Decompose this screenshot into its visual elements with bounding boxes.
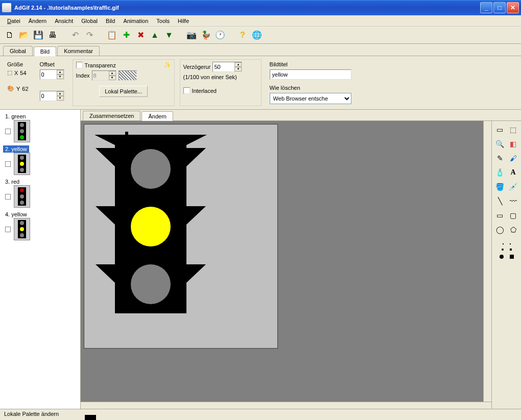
ellipse-icon[interactable]: ◯ (494, 224, 506, 235)
editor: Zusammensetzen Ändern (81, 110, 521, 420)
delay-hint: (1/100 von einer Sek) (183, 74, 258, 80)
offset-label: Offset (40, 61, 64, 67)
index-label: Index (76, 72, 90, 79)
open-icon[interactable]: 📂 (18, 30, 30, 41)
transparency-swatch[interactable] (119, 70, 137, 81)
menu-global[interactable]: Global (77, 17, 102, 25)
menu-ansicht[interactable]: Ansicht (51, 17, 77, 25)
eraser-icon[interactable]: ◧ (508, 138, 519, 150)
y-label: Y (16, 86, 20, 92)
globe-icon[interactable]: 🌐 (251, 30, 263, 41)
select-rect-icon[interactable]: ▭ (494, 124, 506, 135)
workspace: 1. green 2. yellow 3. red 4. yellow Zusa… (0, 110, 521, 420)
frame-list[interactable]: 1. green 2. yellow 3. red 4. yellow (0, 110, 81, 420)
delay-spinner[interactable]: ▲▼ (212, 62, 242, 72)
duck-icon[interactable]: 🦆 (200, 30, 211, 41)
offset-x-spinner[interactable]: ▲▼ (40, 69, 64, 80)
bildtitel-input[interactable] (270, 69, 351, 80)
title-bar: AdGif 2.14 - .\tutorial\samples\traffic.… (0, 0, 521, 15)
frame-item-2[interactable]: 3. red (1, 177, 79, 209)
main-toolbar: 🗋 📂 💾 🖶 ↶ ↷ 📋 ✚ ✖ ▲ ▼ 📷 🦆 🕐 ? 🌐 (0, 27, 521, 44)
select-free-icon[interactable]: ⬚ (508, 124, 519, 135)
roundrect-icon[interactable]: ▢ (508, 210, 519, 221)
app-icon (2, 3, 11, 12)
fill-icon[interactable]: 🪣 (494, 181, 506, 192)
loeschen-combo[interactable]: Web Browser entsche (270, 93, 351, 104)
canvas-area: ▭⬚ 🔍◧ ✎🖌 🧴A 🪣💉 ╲〰 ▭▢ ◯⬠ (81, 121, 521, 420)
tab-aendern[interactable]: Ändern (141, 111, 173, 121)
dimensions-icon: ⬚ (7, 69, 12, 76)
eyedropper-icon[interactable]: 💉 (508, 181, 519, 192)
close-button[interactable]: ✕ (507, 2, 519, 13)
loeschen-label: Wie löschen (270, 85, 356, 91)
tab-bild[interactable]: Bild (34, 46, 56, 56)
index-spinner[interactable]: ▲▼ (92, 70, 116, 81)
line-icon[interactable]: ╲ (494, 195, 506, 207)
light-top (131, 149, 171, 189)
window-title: AdGif 2.14 - .\tutorial\samples\traffic.… (14, 5, 480, 11)
size-label: Größe (7, 61, 29, 67)
add-icon[interactable]: ✚ (121, 30, 132, 41)
traffic-light-image (115, 140, 186, 313)
transparenz-checkbox[interactable] (76, 62, 83, 68)
light-bottom (131, 264, 171, 304)
frame-item-1[interactable]: 2. yellow (1, 144, 79, 176)
bildtitel-label: Bildtitel (270, 61, 356, 67)
color-icon: 🎨 (7, 85, 14, 92)
maximize-button[interactable]: □ (493, 2, 506, 13)
vertical-scrollbar[interactable] (483, 121, 491, 402)
text-icon[interactable]: A (508, 167, 519, 178)
menu-tools[interactable]: Tools (152, 17, 174, 25)
polygon-icon[interactable]: ⬠ (508, 224, 519, 235)
tab-global[interactable]: Global (3, 46, 33, 56)
interlaced-checkbox[interactable] (183, 87, 190, 94)
minimize-button[interactable]: _ (480, 2, 492, 13)
x-label: X (14, 70, 18, 76)
rect-icon[interactable]: ▭ (494, 210, 506, 221)
delay-label: Verzögerur (183, 64, 211, 70)
help-icon[interactable]: ? (237, 30, 248, 41)
offset-y-spinner[interactable]: ▲▼ (40, 91, 64, 101)
frame-item-0[interactable]: 1. green (1, 112, 79, 143)
down-icon[interactable]: ▼ (163, 30, 175, 41)
status-bar: Lokale Palette ändern (0, 409, 521, 420)
interlaced-label: Interlaced (192, 88, 217, 94)
toolbox: ▭⬚ 🔍◧ ✎🖌 🧴A 🪣💉 ╲〰 ▭▢ ◯⬠ (491, 121, 521, 420)
zoom-icon[interactable]: 🔍 (494, 138, 506, 150)
curve-icon[interactable]: 〰 (508, 195, 519, 207)
menu-bar: Datei Ändern Ansicht Global Bild Animati… (0, 15, 521, 27)
undo-icon[interactable]: ↶ (69, 30, 81, 41)
copy-icon[interactable]: 📋 (106, 30, 117, 41)
tab-kommentar[interactable]: Kommentar (57, 46, 100, 56)
lokal-palette-button[interactable]: Lokal Palette... (99, 86, 148, 97)
save-icon[interactable]: 💾 (33, 30, 44, 41)
camera-icon[interactable]: 📷 (186, 30, 197, 41)
light-middle (131, 207, 171, 246)
up-icon[interactable]: ▲ (149, 30, 160, 41)
properties-panel: Größe ⬚ X 54 🎨 Y 62 Offset ▲▼ ▲▼ Transpa… (0, 56, 521, 110)
wand-icon[interactable]: ✨ (164, 62, 171, 68)
transparenz-label: Transparenz (85, 62, 116, 68)
tab-zusammensetzen[interactable]: Zusammensetzen (83, 111, 140, 120)
menu-animation[interactable]: Animation (119, 17, 152, 25)
menu-bild[interactable]: Bild (102, 17, 119, 25)
main-tab-row: Global Bild Kommentar (0, 44, 521, 56)
brush-options[interactable] (500, 243, 514, 259)
print-icon[interactable]: 🖶 (47, 30, 58, 41)
y-value: 62 (22, 86, 28, 92)
new-icon[interactable]: 🗋 (4, 30, 15, 41)
x-value: 54 (20, 70, 26, 76)
frame-item-3[interactable]: 4. yellow (1, 210, 79, 241)
menu-datei[interactable]: Datei (3, 17, 25, 25)
menu-hilfe[interactable]: Hilfe (174, 17, 193, 25)
clock-icon[interactable]: 🕐 (215, 30, 226, 41)
editor-tab-row: Zusammensetzen Ändern (81, 110, 521, 121)
spray-icon[interactable]: 🧴 (494, 167, 506, 178)
brush-icon[interactable]: 🖌 (508, 153, 519, 164)
delete-icon[interactable]: ✖ (135, 30, 146, 41)
pencil-icon[interactable]: ✎ (494, 153, 506, 164)
canvas[interactable] (84, 124, 278, 349)
menu-aendern[interactable]: Ändern (25, 17, 51, 25)
redo-icon[interactable]: ↷ (84, 30, 95, 41)
